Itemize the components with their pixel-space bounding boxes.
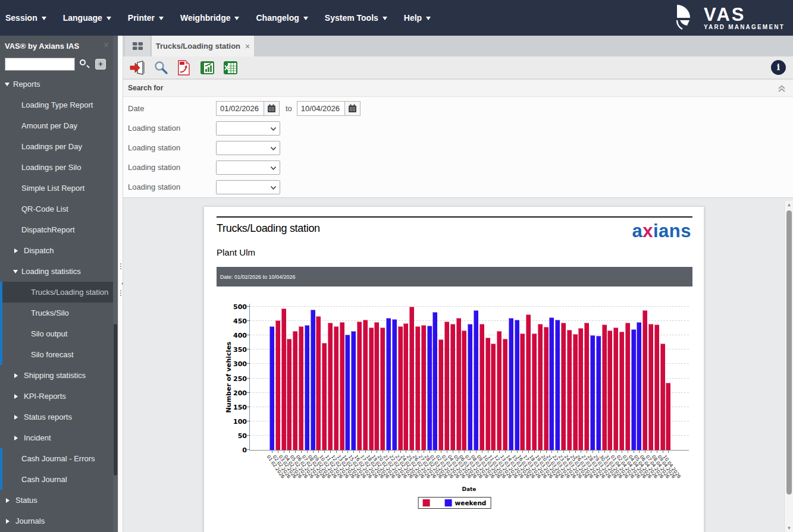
collapsed-arrow-icon[interactable] [14, 415, 20, 420]
collapsed-arrow-icon[interactable] [14, 373, 20, 378]
collapsed-arrow-icon[interactable] [6, 519, 12, 524]
bar [613, 328, 618, 450]
y-tick-mark [247, 335, 250, 335]
menu-bar: SessionLanguagePrinterWeighbridgeChangel… [0, 13, 431, 23]
loading-station-select[interactable] [216, 121, 280, 136]
sidebar-item-cash-journal[interactable]: Cash Journal [0, 469, 113, 490]
bar [421, 325, 426, 450]
bar [503, 339, 507, 450]
sidebar-item-amount-per-day[interactable]: Amount per Day [0, 115, 113, 136]
y-tick-mark [247, 378, 250, 379]
collapsed-arrow-icon[interactable] [14, 436, 20, 440]
sidebar-scrollbar-thumb[interactable] [114, 324, 117, 476]
menu-changelog[interactable]: Changelog [256, 13, 308, 23]
menu-weighbridge[interactable]: Weighbridge [180, 13, 240, 23]
menu-printer[interactable]: Printer [128, 13, 164, 23]
sidebar-item-cash-journal-errors[interactable]: Cash Journal - Errors [0, 448, 113, 469]
sidebar-item-loading-type-report[interactable]: Loading Type Report [0, 95, 113, 115]
sidebar-item-label: Loadings per Silo [21, 163, 81, 172]
scroll-down-icon[interactable]: ▼ [785, 525, 793, 531]
menu-language[interactable]: Language [63, 13, 111, 23]
search-icon[interactable] [79, 58, 90, 70]
y-tick-label: 300 [233, 360, 247, 368]
sidebar-scrollbar[interactable] [113, 36, 118, 532]
chart-export-icon[interactable] [199, 59, 215, 76]
bar [654, 325, 659, 450]
loading-station-select[interactable] [216, 180, 280, 194]
search-panel-header[interactable]: Search for [123, 79, 793, 97]
legend-label: weekend [455, 499, 487, 506]
sidebar-item-shipping-statistics[interactable]: Shipping statistics [0, 365, 113, 386]
sidebar-item-qr-code-list[interactable]: QR-Code List [0, 199, 113, 219]
scroll-up-icon[interactable]: ▲ [785, 202, 793, 207]
bar [631, 329, 636, 450]
bar [479, 324, 484, 450]
bar [520, 333, 525, 450]
loading-station-select[interactable] [216, 160, 280, 175]
sidebar-item-loading-statistics[interactable]: Loading statistics [0, 261, 113, 282]
menu-system-tools[interactable]: System Tools [325, 13, 387, 23]
loading-station-select[interactable] [216, 141, 280, 155]
sidebar-item-status-reports[interactable]: Status reports [0, 407, 113, 427]
collapsed-arrow-icon[interactable] [14, 394, 20, 399]
splitter-grip[interactable] [120, 290, 122, 296]
expanded-arrow-icon[interactable] [13, 270, 18, 276]
sidebar-item-dispatch[interactable]: Dispatch [0, 240, 113, 261]
collapsed-arrow-icon[interactable] [14, 248, 20, 253]
chevron-down-icon [106, 17, 111, 23]
collapse-chevrons-icon[interactable] [778, 84, 786, 93]
add-button[interactable]: + [95, 59, 106, 70]
sidebar-splitter[interactable] [118, 36, 123, 532]
sidebar-item-simple-list-report[interactable]: Simple List Report [0, 178, 113, 199]
calendar-icon[interactable] [345, 101, 361, 116]
sidebar-item-reports[interactable]: Reports [0, 74, 113, 95]
sidebar-item-label: Loadings per Day [21, 142, 82, 151]
sidebar-item-status[interactable]: Status [0, 490, 113, 511]
tab-trucks-loading-station[interactable]: Trucks/Loading station × [152, 36, 254, 56]
excel-export-icon[interactable] [222, 59, 239, 76]
tab-close-icon[interactable]: × [245, 42, 250, 51]
splitter-grip[interactable] [120, 263, 122, 269]
sidebar-item-label: Silo forecast [31, 350, 74, 359]
bar [491, 344, 496, 450]
bar [374, 322, 379, 450]
bar [386, 318, 391, 450]
top-menu-bar: SessionLanguagePrinterWeighbridgeChangel… [0, 0, 793, 36]
scrollbar-thumb[interactable] [786, 210, 792, 495]
chevron-down-icon [426, 17, 431, 23]
sidebar-item-loadings-per-silo[interactable]: Loadings per Silo [0, 157, 113, 178]
sidebar-item-loadings-per-day[interactable]: Loadings per Day [0, 136, 113, 157]
vertical-scrollbar[interactable]: ▲ ▼ [784, 201, 793, 532]
bar [573, 334, 578, 450]
sidebar-item-incident[interactable]: Incident [0, 427, 113, 448]
bar [584, 323, 589, 450]
y-axis-ticks: 050100150200250300350400450500 [222, 304, 247, 451]
sidebar-item-dispatchreport[interactable]: DispatchReport [0, 219, 113, 240]
sidebar-item-trucks-loading-station[interactable]: Trucks/Loading station [0, 282, 113, 303]
tab-overview[interactable] [125, 36, 151, 56]
menu-help[interactable]: Help [404, 13, 431, 23]
date-from-input[interactable] [216, 101, 264, 116]
calendar-icon[interactable] [264, 101, 280, 116]
sidebar-item-silo-forecast[interactable]: Silo forecast [0, 344, 113, 365]
legend-swatch [445, 499, 452, 506]
sidebar-clear-icon[interactable]: ✕ [103, 40, 109, 49]
expanded-arrow-icon[interactable] [5, 83, 10, 89]
pdf-export-icon[interactable] [175, 59, 192, 76]
legend-item [423, 499, 439, 506]
menu-session[interactable]: Session [5, 13, 46, 23]
sidebar-item-silo-output[interactable]: Silo output [0, 323, 113, 344]
sidebar-item-kpi-reports[interactable]: KPI-Reports [0, 386, 113, 407]
info-icon[interactable]: i [771, 60, 786, 75]
group-accent-bar [0, 469, 2, 490]
bar [468, 324, 472, 450]
date-to-input[interactable] [297, 101, 345, 116]
sidebar-item-label: Silo output [31, 329, 67, 338]
sidebar-item-trucks-silo[interactable]: Trucks/Silo [0, 303, 113, 323]
exit-icon[interactable] [129, 59, 146, 76]
search-icon[interactable] [152, 59, 169, 76]
sidebar-item-journals[interactable]: Journals [0, 511, 113, 531]
table-grid-icon [133, 42, 143, 50]
collapsed-arrow-icon[interactable] [6, 498, 12, 503]
sidebar-search-input[interactable] [5, 58, 75, 71]
